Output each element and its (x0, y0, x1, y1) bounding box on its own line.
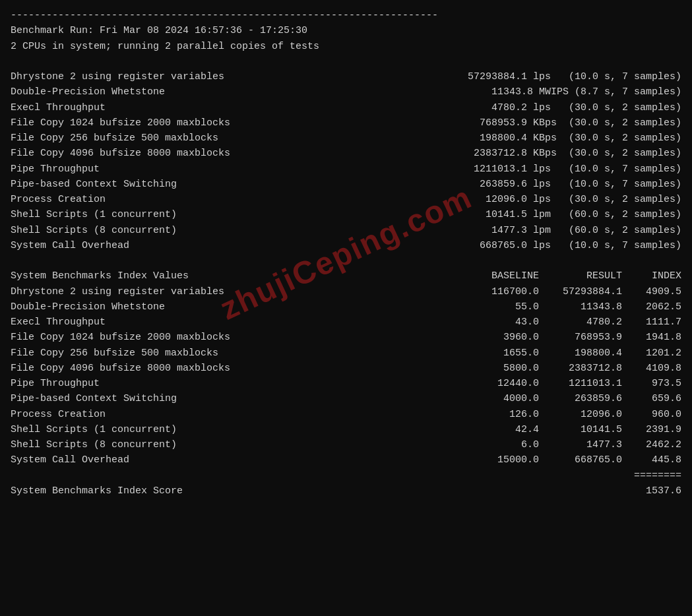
result-row: Double-Precision Whetstone 11343.8 MWIPS… (11, 84, 681, 100)
result-name: System Call Overhead (11, 238, 224, 253)
score-value: 1537.6 (646, 483, 681, 499)
result-row: File Copy 4096 bufsize 8000 maxblocks238… (11, 146, 681, 161)
index-row: Double-Precision Whetstone 55.0 11343.8 … (11, 299, 681, 315)
index-row-name: Double-Precision Whetstone (11, 299, 224, 315)
index-header-row: System Benchmarks Index Values BASELINE … (11, 268, 681, 284)
result-name: Shell Scripts (8 concurrent) (11, 223, 224, 238)
result-value: 10141.5 lpm (60.0 s, 2 samples) (486, 207, 681, 222)
result-value: 11343.8 MWIPS (8.7 s, 7 samples) (491, 84, 681, 100)
result-value: 768953.9 KBps (30.0 s, 2 samples) (480, 115, 681, 131)
benchmark-run-line2: 2 CPUs in system; running 2 parallel cop… (11, 39, 681, 54)
result-name: Pipe Throughput (11, 162, 224, 177)
index-row: Dhrystone 2 using register variables 116… (11, 284, 681, 299)
index-row-name: File Copy 4096 bufsize 8000 maxblocks (11, 361, 230, 376)
index-row-values: 43.0 4780.2 1111.7 (468, 315, 681, 330)
result-value: 263859.6 lps (10.0 s, 7 samples) (480, 177, 681, 192)
index-row: Pipe Throughput 12440.0 1211013.1 973.5 (11, 376, 681, 391)
result-value: 668765.0 lps (10.0 s, 7 samples) (480, 238, 681, 253)
index-row-name: File Copy 256 bufsize 500 maxblocks (11, 346, 224, 361)
index-row: File Copy 4096 bufsize 8000 maxblocks 58… (11, 361, 681, 376)
result-row: Pipe-based Context Switching 263859.6 lp… (11, 177, 681, 192)
index-row-values: 1655.0 198800.4 1201.2 (468, 346, 681, 361)
score-separator: ======== (11, 468, 681, 483)
index-row-name: Dhrystone 2 using register variables (11, 284, 224, 299)
result-value: 198800.4 KBps (30.0 s, 2 samples) (480, 131, 681, 146)
result-value: 4780.2 lps (30.0 s, 2 samples) (491, 100, 681, 115)
index-row-values: 5800.0 2383712.8 4109.8 (468, 361, 681, 376)
index-row-name: System Call Overhead (11, 452, 224, 468)
result-name: Pipe-based Context Switching (11, 177, 224, 192)
result-name: File Copy 256 bufsize 500 maxblocks (11, 131, 230, 146)
result-value: 1211013.1 lps (10.0 s, 7 samples) (474, 162, 681, 177)
result-name: Double-Precision Whetstone (11, 84, 224, 100)
index-row-name: Shell Scripts (8 concurrent) (11, 437, 224, 452)
index-row-name: Pipe Throughput (11, 376, 224, 391)
blank-line-2 (11, 253, 681, 268)
result-value: 12096.0 lps (30.0 s, 2 samples) (486, 192, 681, 207)
index-row: File Copy 256 bufsize 500 maxblocks 1655… (11, 346, 681, 361)
result-value: 57293884.1 lps (10.0 s, 7 samples) (468, 69, 681, 84)
result-row: Execl Throughput 4780.2 lps (30.0 s, 2 s… (11, 100, 681, 115)
index-row-name: Execl Throughput (11, 315, 224, 330)
index-row: File Copy 1024 bufsize 2000 maxblocks 39… (11, 330, 681, 345)
terminal-content: zhujiCeping.com ------------------------… (11, 8, 681, 499)
index-row-values: 15000.0 668765.0 445.8 (468, 452, 681, 468)
index-row: Execl Throughput 43.0 4780.2 1111.7 (11, 315, 681, 330)
result-row: Process Creation 12096.0 lps (30.0 s, 2 … (11, 192, 681, 207)
result-row: Shell Scripts (1 concurrent) 10141.5 lpm… (11, 207, 681, 222)
index-row-name: Shell Scripts (1 concurrent) (11, 422, 224, 437)
result-row: Pipe Throughput 1211013.1 lps (10.0 s, 7… (11, 162, 681, 177)
index-table: Dhrystone 2 using register variables 116… (11, 284, 681, 468)
index-row-name: Process Creation (11, 407, 224, 422)
index-row-values: 42.4 10141.5 2391.9 (468, 422, 681, 437)
score-row: System Benchmarks Index Score 1537.6 (11, 483, 681, 499)
separator-top: ----------------------------------------… (11, 8, 681, 23)
result-name: File Copy 1024 bufsize 2000 maxblocks (11, 115, 230, 131)
index-row-values: 3960.0 768953.9 1941.8 (468, 330, 681, 345)
index-row: Shell Scripts (8 concurrent) 6.0 1477.3 … (11, 437, 681, 452)
result-value: 1477.3 lpm (60.0 s, 2 samples) (491, 223, 681, 238)
index-row-values: 126.0 12096.0 960.0 (468, 407, 681, 422)
index-row: System Call Overhead 15000.0 668765.0 44… (11, 452, 681, 468)
result-row: File Copy 256 bufsize 500 maxblocks 1988… (11, 131, 681, 146)
blank-line-1 (11, 54, 681, 69)
score-label: System Benchmarks Index Score (11, 483, 183, 499)
benchmark-run-line1: Benchmark Run: Fri Mar 08 2024 16:57:36 … (11, 23, 681, 38)
index-row-values: 4000.0 263859.6 659.6 (468, 391, 681, 406)
result-row: Dhrystone 2 using register variables5729… (11, 69, 681, 84)
result-row: File Copy 1024 bufsize 2000 maxblocks768… (11, 115, 681, 131)
result-name: Dhrystone 2 using register variables (11, 69, 224, 84)
index-row-values: 12440.0 1211013.1 973.5 (468, 376, 681, 391)
index-row-name: File Copy 1024 bufsize 2000 maxblocks (11, 330, 230, 345)
result-name: Process Creation (11, 192, 224, 207)
index-row: Process Creation 126.0 12096.0 960.0 (11, 407, 681, 422)
result-value: 2383712.8 KBps (30.0 s, 2 samples) (474, 146, 681, 161)
index-row: Shell Scripts (1 concurrent) 42.4 10141.… (11, 422, 681, 437)
result-row: Shell Scripts (8 concurrent) 1477.3 lpm … (11, 223, 681, 238)
index-row: Pipe-based Context Switching 4000.0 2638… (11, 391, 681, 406)
index-header-cols: BASELINE RESULT INDEX (468, 268, 681, 284)
index-row-name: Pipe-based Context Switching (11, 391, 224, 406)
result-name: Shell Scripts (1 concurrent) (11, 207, 224, 222)
result-row: System Call Overhead 668765.0 lps (10.0 … (11, 238, 681, 253)
index-row-values: 55.0 11343.8 2062.5 (468, 299, 681, 315)
index-row-values: 6.0 1477.3 2462.2 (468, 437, 681, 452)
result-name: File Copy 4096 bufsize 8000 maxblocks (11, 146, 230, 161)
result-name: Execl Throughput (11, 100, 224, 115)
index-row-values: 116700.0 57293884.1 4909.5 (468, 284, 681, 299)
results-table: Dhrystone 2 using register variables5729… (11, 69, 681, 253)
index-header-label: System Benchmarks Index Values (11, 268, 189, 284)
